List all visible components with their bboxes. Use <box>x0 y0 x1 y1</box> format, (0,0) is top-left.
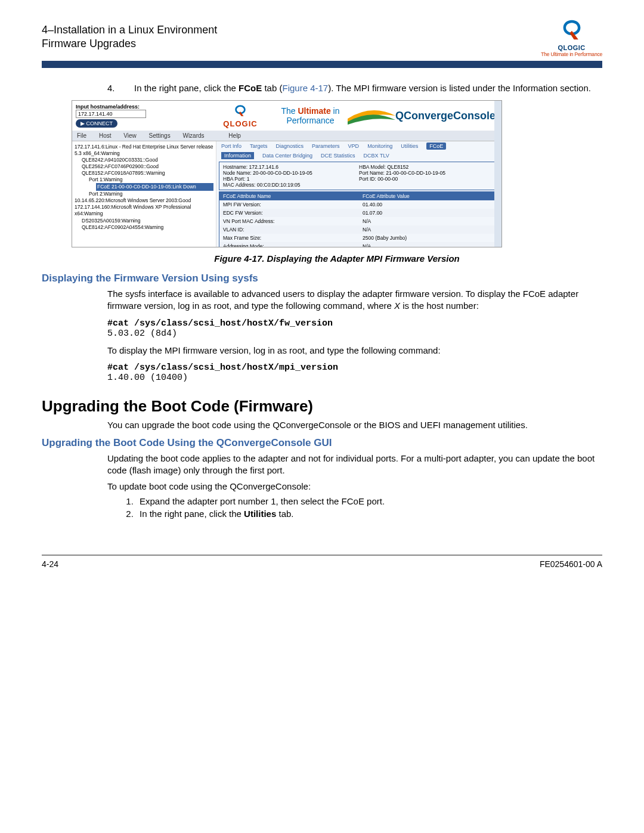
menu-file[interactable]: File <box>77 132 86 139</box>
info-field: Port Name: 21-00-00-C0-DD-10-19-05 <box>359 170 495 176</box>
step-text: In the right pane, click the FCoE tab (F… <box>134 83 591 93</box>
tree-item[interactable]: QLE8242:A941020C03331::Good <box>82 157 213 163</box>
brand-logo: QLOGIC The Ultimate in Performance <box>541 18 602 57</box>
cmd-mpi-version: #cat /sys/class/scsi_host/hostX/mpi_vers… <box>107 363 602 383</box>
tree-item[interactable]: FCoE 21-00-00-C0-DD-10-19-05:Link Down <box>96 183 213 191</box>
mpi-intro: To display the MPI firmware version, log… <box>107 345 602 357</box>
step-4: 4. In the right pane, click the FCoE tab… <box>107 83 602 93</box>
page-number: 4-24 <box>42 559 58 569</box>
info-field: Node Name: 20-00-00-C0-DD-10-19-05 <box>223 170 359 176</box>
header-section: Firmware Upgrades <box>42 38 602 50</box>
right-pane: Port InfoTargetsDiagnosticsParametersVPD… <box>216 141 501 247</box>
subtab-dcbx-tlv[interactable]: DCBX TLV <box>364 153 389 159</box>
tab-vpd[interactable]: VPD <box>348 143 360 149</box>
swoosh-icon <box>348 107 395 125</box>
scrollbar[interactable] <box>494 101 501 247</box>
info-field: Port ID: 00-00-00 <box>359 176 495 182</box>
tab-fcoe[interactable]: FCoE <box>426 143 446 150</box>
hostname-label: Input hostname/address: <box>76 104 204 110</box>
cmd-output: 1.40.00 (10400) <box>107 373 602 383</box>
heading-upgrade-gui: Upgrading the Boot Code Using the QConve… <box>42 437 602 449</box>
step-number: 4. <box>107 83 119 93</box>
tree-item[interactable]: Port 1:Warning <box>89 176 213 183</box>
sysfs-intro: The sysfs interface is available to adva… <box>107 288 602 312</box>
table-row: MPI FW Version:01.40.00 <box>219 200 499 209</box>
menu-host[interactable]: Host <box>99 132 112 139</box>
upgrade-gui-lead: To update boot code using the QConvergeC… <box>107 481 602 493</box>
upgrade-steps: Expand the adapter port number 1, then s… <box>107 496 602 519</box>
menu-wizards[interactable]: Wizards <box>182 132 204 139</box>
tree-item[interactable]: 172.17.144.160:Microsoft Windows XP Prof… <box>75 204 213 217</box>
step-2: In the right pane, click the Utilities t… <box>136 509 602 519</box>
header-chapter: 4–Installation in a Linux Environment <box>42 24 602 36</box>
cmd-output: 5.03.02 (8d4) <box>107 329 602 339</box>
qlogic-icon <box>556 18 588 42</box>
footer-rule <box>42 555 602 556</box>
tab-row-1: Port InfoTargetsDiagnosticsParametersVPD… <box>219 141 499 151</box>
info-field: Hostname: 172.17.141.6 <box>223 164 359 170</box>
info-field: MAC Address: 00:C0:DD:10:19:05 <box>223 182 359 188</box>
subtab-information[interactable]: Information <box>221 152 254 159</box>
tab-targets[interactable]: Targets <box>250 143 268 149</box>
table-header-name: FCoE Attribute Name <box>219 192 359 200</box>
qcc-title: QConvergeConsole <box>395 110 501 122</box>
info-panel: Hostname: 172.17.141.6Node Name: 20-00-0… <box>219 162 499 190</box>
logo-tagline: The Ultimate in Performance <box>541 51 602 57</box>
tab-utilities[interactable]: Utilities <box>401 143 418 149</box>
figure-4-17: Input hostname/address: 172.17.141.40 ▶ … <box>72 100 502 247</box>
table-row: Max Frame Size:2500 (Baby Jumbo) <box>219 234 499 242</box>
tab-port-info[interactable]: Port Info <box>221 143 242 149</box>
hostname-input[interactable]: 172.17.141.40 <box>76 110 146 118</box>
tree-item[interactable]: QLE8142:AFC0902A04554:Warning <box>82 224 213 231</box>
qlogic-icon <box>230 104 250 118</box>
heading-sysfs: Displaying the Firmware Version Using sy… <box>42 272 602 284</box>
cmd-text: #cat /sys/class/scsi_host/hostX/fw_versi… <box>107 318 602 329</box>
tab-parameters[interactable]: Parameters <box>312 143 340 149</box>
page-footer: 4-24 FE0254601-00 A <box>42 559 602 569</box>
fig-tagline: The Ultimate in Performance <box>273 106 348 125</box>
page-header: 4–Installation in a Linux Environment Fi… <box>42 24 602 50</box>
tab-monitoring[interactable]: Monitoring <box>367 143 392 149</box>
tab-diagnostics[interactable]: Diagnostics <box>276 143 304 149</box>
device-tree[interactable]: 172.17.141.6:Linux - Red Hat Enterprise … <box>72 141 216 247</box>
figure-reference[interactable]: Figure 4-17 <box>282 83 328 93</box>
info-field: HBA Model: QLE8152 <box>359 164 495 170</box>
fcoe-table: FCoE Attribute Name FCoE Attribute Value… <box>219 191 499 247</box>
cmd-fw-version: #cat /sys/class/scsi_host/hostX/fw_versi… <box>107 318 602 339</box>
menu-view[interactable]: View <box>123 132 137 139</box>
cmd-text: #cat /sys/class/scsi_host/hostX/mpi_vers… <box>107 363 602 373</box>
subtab-dce-statistics[interactable]: DCE Statistics <box>321 153 355 159</box>
subtab-data-center-bridging[interactable]: Data Center Bridging <box>262 153 312 159</box>
tree-item[interactable]: QLE8152:AFC0918A07895::Warning <box>82 170 213 176</box>
menu-settings[interactable]: Settings <box>149 132 171 139</box>
figure-caption: Figure 4-17. Displaying the Adapter MPI … <box>72 253 602 264</box>
tree-item[interactable]: Port 2:Warning <box>89 191 213 197</box>
tab-row-2: InformationData Center BridgingDCE Stati… <box>219 151 499 160</box>
tree-item[interactable]: 10.14.65.220:Microsoft Windows Server 20… <box>75 197 213 204</box>
doc-id: FE0254601-00 A <box>540 559 602 569</box>
tree-item[interactable]: DS20325A00159:Warning <box>82 218 213 224</box>
table-row: Addressing Mode:N/A <box>219 242 499 247</box>
header-rule <box>42 61 602 68</box>
heading-upgrade-bootcode: Upgrading the Boot Code (Firmware) <box>42 397 602 416</box>
logo-text: QLOGIC <box>541 44 602 51</box>
tree-item[interactable]: QLE2562:AFC0746P02900::Good <box>82 163 213 170</box>
table-header-value: FCoE Attribute Value <box>359 192 499 200</box>
upgrade-gui-note: Updating the boot code applies to the ad… <box>107 453 602 477</box>
step-1: Expand the adapter port number 1, then s… <box>136 496 602 506</box>
info-field: HBA Port: 1 <box>223 176 359 182</box>
menubar: File Host View Settings Wizards Help <box>72 131 501 141</box>
menu-help[interactable]: Help <box>228 132 241 139</box>
table-row: EDC FW Version:01.07.00 <box>219 209 499 217</box>
tree-item[interactable]: 172.17.141.6:Linux - Red Hat Enterprise … <box>75 144 213 157</box>
connect-button[interactable]: ▶ CONNECT <box>76 119 117 128</box>
upgrade-intro: You can upgrade the boot code using the … <box>107 419 602 431</box>
table-row: VLAN ID:N/A <box>219 225 499 234</box>
table-row: VN Port MAC Address:N/A <box>219 217 499 225</box>
fig-logo: QLOGIC <box>208 104 273 128</box>
